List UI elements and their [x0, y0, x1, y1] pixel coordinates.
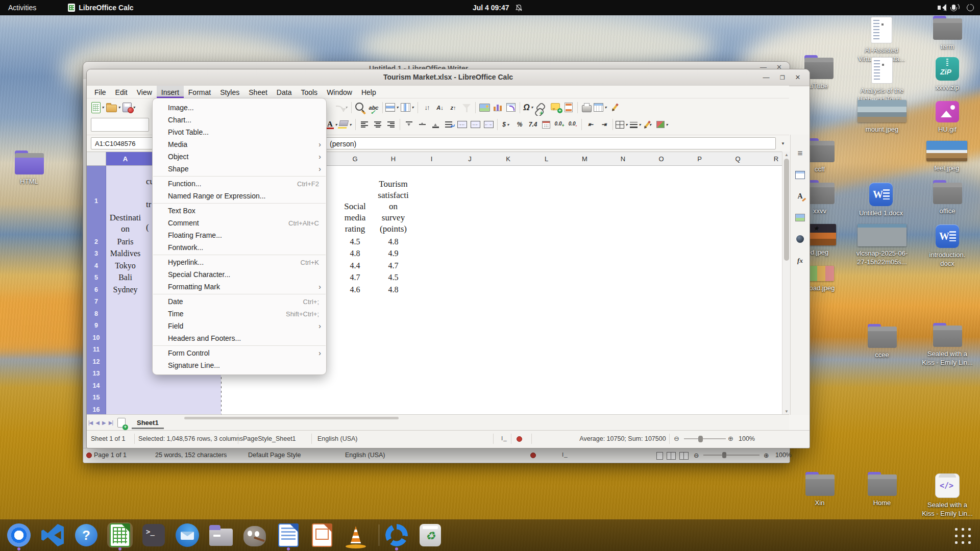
dock-chromium-icon[interactable]: [6, 522, 32, 548]
cell-R12[interactable]: [757, 356, 782, 368]
cell-I11[interactable]: [412, 344, 451, 357]
cell-R4[interactable]: [757, 260, 782, 272]
menu-item-image[interactable]: Image...: [153, 102, 326, 114]
cell-J15[interactable]: [451, 392, 489, 405]
cell-O3[interactable]: [642, 248, 681, 261]
cell-P11[interactable]: [680, 344, 719, 357]
cell-M10[interactable]: [566, 332, 604, 344]
sheet-count[interactable]: Sheet 1 of 1: [91, 435, 125, 442]
column-header-M[interactable]: M: [566, 152, 604, 166]
row-header-11[interactable]: 11: [87, 344, 106, 357]
previous-sheet-icon[interactable]: ◀: [95, 420, 99, 425]
cell-P2[interactable]: [680, 236, 719, 248]
decrease-indent-icon[interactable]: ⇤: [584, 118, 597, 131]
cell-N3[interactable]: [604, 248, 643, 261]
insert-image-icon[interactable]: [478, 101, 491, 114]
menu-item-field[interactable]: Field›: [153, 320, 326, 332]
writer-page-style[interactable]: Default Page Style: [248, 452, 301, 459]
cell-I15[interactable]: [412, 392, 451, 405]
cell-P3[interactable]: [680, 248, 719, 261]
menu-item-time[interactable]: TimeShift+Ctrl+;: [153, 308, 326, 320]
cell-M13[interactable]: [566, 368, 604, 381]
dock-libreoffice-impress-icon[interactable]: [309, 522, 335, 548]
cell-P13[interactable]: [680, 368, 719, 381]
cell-O14[interactable]: [642, 380, 681, 392]
cell-M6[interactable]: [566, 284, 604, 296]
conditional-formatting-icon[interactable]: ▾: [656, 118, 670, 131]
cell-K9[interactable]: [489, 320, 528, 333]
zoom-slider-thumb[interactable]: [698, 436, 703, 442]
cell-O4[interactable]: [642, 260, 681, 272]
cell-K4[interactable]: [489, 260, 528, 272]
freeze-rows-columns-dropdown-icon[interactable]: ▾: [603, 105, 608, 110]
cell-K1[interactable]: [489, 166, 528, 236]
zoom-in-icon[interactable]: ⊕: [728, 435, 733, 442]
dock-vscode-icon[interactable]: [40, 522, 65, 548]
vertical-scrollbar[interactable]: ▲ ▼: [782, 152, 791, 415]
merge-cells-icon[interactable]: [469, 118, 482, 131]
cell-M8[interactable]: [566, 308, 604, 320]
highlighting-color-dropdown-icon[interactable]: ▾: [348, 122, 353, 127]
cell-L12[interactable]: [527, 356, 566, 368]
delete-decimal-icon[interactable]: 0.0-: [566, 118, 579, 131]
dock-trash-icon[interactable]: ♻: [418, 522, 443, 548]
cell-K11[interactable]: [489, 344, 528, 357]
cell-Q10[interactable]: [719, 332, 757, 344]
dock-gimp-icon[interactable]: [242, 522, 267, 548]
cell-O6[interactable]: [642, 284, 681, 296]
row-header-8[interactable]: 8: [87, 308, 106, 320]
cell-K13[interactable]: [489, 368, 528, 381]
cell-J7[interactable]: [451, 296, 489, 309]
cell-R16[interactable]: [757, 404, 782, 415]
cell-P8[interactable]: [680, 308, 719, 320]
cell-R15[interactable]: [757, 392, 782, 405]
cell-J2[interactable]: [451, 236, 489, 248]
focused-app-indicator[interactable]: LibreOffice Calc: [68, 4, 133, 12]
language[interactable]: English (USA): [317, 435, 358, 442]
cell-A13[interactable]: [106, 368, 145, 381]
center-vertically-icon[interactable]: [415, 118, 429, 131]
cell-A16[interactable]: [106, 404, 145, 415]
styles-deck-icon[interactable]: A: [794, 190, 806, 203]
cell-O9[interactable]: [642, 320, 681, 333]
sort-descending-icon[interactable]: z↑: [447, 101, 460, 114]
cell-M7[interactable]: [566, 296, 604, 309]
menu-item-function[interactable]: Function...Ctrl+F2: [153, 178, 326, 190]
cell-J11[interactable]: [451, 344, 489, 357]
sort-icon[interactable]: ↓↑: [420, 101, 433, 114]
expand-formula-bar-icon[interactable]: ▼: [781, 141, 785, 146]
cell-N2[interactable]: [604, 236, 643, 248]
close-button[interactable]: ✕: [792, 72, 803, 83]
menu-item-signature-line[interactable]: Signature Line...: [153, 359, 326, 371]
menu-item-fontwork[interactable]: Fontwork...: [153, 241, 326, 254]
writer-zoom-level[interactable]: 100%: [775, 452, 792, 459]
desktop-icon-folder-xin[interactable]: Xin: [786, 474, 853, 507]
cell-H15[interactable]: [374, 392, 413, 405]
cell-H16[interactable]: [374, 404, 413, 415]
row-header-7[interactable]: 7: [87, 296, 106, 309]
menu-item-comment[interactable]: CommentCtrl+Alt+C: [153, 217, 326, 229]
power-icon[interactable]: [967, 4, 974, 11]
cell-D15[interactable]: [221, 392, 260, 405]
desktop-icon-image-feel[interactable]: feel.jpeg: [913, 141, 980, 172]
show-draw-functions-icon[interactable]: [608, 101, 622, 114]
writer-zoom-in[interactable]: ⊕: [764, 452, 769, 459]
cell-J4[interactable]: [451, 260, 489, 272]
align-left-icon[interactable]: [358, 118, 371, 131]
open-icon[interactable]: ▾: [106, 101, 122, 114]
column-header-Q[interactable]: Q: [719, 152, 757, 166]
cell-O15[interactable]: [642, 392, 681, 405]
page-style[interactable]: PageStyle_Sheet1: [243, 435, 296, 442]
cell-J16[interactable]: [451, 404, 489, 415]
cell-G16[interactable]: [336, 404, 375, 415]
menu-file[interactable]: File: [90, 86, 111, 98]
cell-E14[interactable]: [259, 380, 298, 392]
properties-deck-icon[interactable]: [794, 168, 806, 181]
cell-L6[interactable]: [527, 284, 566, 296]
column-header-R[interactable]: R: [757, 152, 782, 166]
cell-Q9[interactable]: [719, 320, 757, 333]
cell-K15[interactable]: [489, 392, 528, 405]
cell-H8[interactable]: [374, 308, 413, 320]
menu-item-hyperlink[interactable]: Hyperlink...Ctrl+K: [153, 256, 326, 268]
dock-libreoffice-writer-icon[interactable]: [276, 522, 301, 548]
